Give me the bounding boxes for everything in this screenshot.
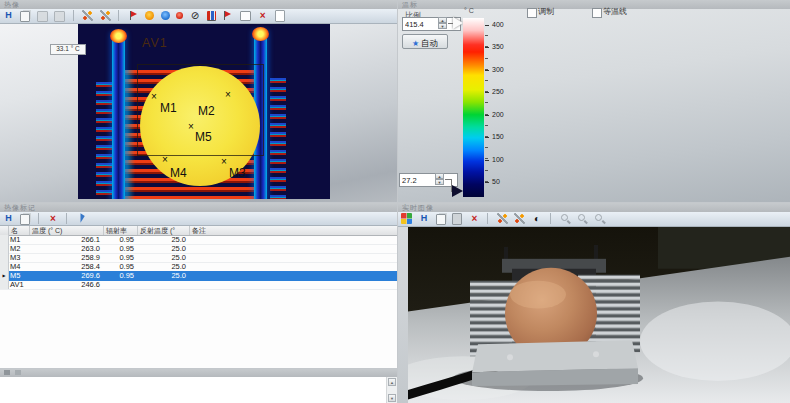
marker-cross-m1[interactable]: × [151, 92, 157, 102]
auto-star-icon: ★ [412, 39, 419, 48]
row-selector[interactable] [0, 262, 9, 271]
row-selector[interactable] [0, 280, 9, 289]
table-row-av1[interactable]: AV1 246.6 [0, 280, 397, 290]
row-selector[interactable] [0, 244, 9, 253]
row-selector[interactable] [0, 253, 9, 262]
table-reflection-right [640, 302, 790, 382]
spin-down-icon[interactable]: ▼ [438, 23, 447, 29]
cell-name: AV1 [10, 280, 24, 289]
tick-100 [485, 160, 489, 161]
palette-icon[interactable] [401, 213, 412, 224]
notes-panel-header [0, 369, 397, 377]
scroll-up-icon[interactable]: ▲ [388, 378, 396, 386]
delete-icon[interactable]: × [47, 213, 58, 224]
paste-icon[interactable] [452, 213, 462, 225]
save-icon[interactable]: H [418, 213, 429, 224]
cell-temp: 263.0 [30, 244, 100, 253]
cell-emissivity: 0.95 [104, 235, 134, 244]
thermal-panel: 热像 H ⊘ × 33.1 ° C [0, 0, 397, 202]
delete-icon[interactable]: × [257, 10, 268, 21]
contrast-icon[interactable]: ◐ [532, 213, 543, 224]
link-thermal-icon[interactable] [497, 213, 508, 224]
cold-spot-icon[interactable] [161, 11, 170, 20]
region-rect-icon[interactable] [240, 11, 251, 21]
histogram-icon[interactable] [207, 11, 216, 21]
notes-text-area[interactable] [0, 377, 387, 403]
flag-icon[interactable] [222, 10, 233, 21]
polyline-profile-icon[interactable] [100, 10, 111, 21]
av1-region-label: AV1 [142, 36, 168, 50]
isotherm-checkbox-label: 等温线 [603, 7, 627, 17]
support-post-left [112, 34, 125, 199]
note-icon[interactable] [275, 10, 285, 22]
row-selector[interactable] [0, 235, 9, 244]
scale-min-spinner[interactable]: ▲▼ [435, 173, 444, 185]
marker-label-m5[interactable]: M5 [195, 131, 212, 144]
row-selector[interactable]: ▶ [0, 271, 9, 280]
hot-spot-icon[interactable] [145, 11, 154, 20]
thermal-content-area: 33.1 ° C AV1 × M1 × M2 × M5 × M4 [0, 24, 397, 202]
copy-icon[interactable] [436, 214, 446, 225]
cell-temp: 269.6 [30, 271, 100, 280]
modulate-checkbox[interactable] [527, 8, 537, 18]
isotherm-checkbox[interactable] [592, 8, 602, 18]
note-add-icon[interactable] [15, 370, 21, 375]
no-measure-icon[interactable]: ⊘ [189, 10, 200, 21]
spin-down-icon[interactable]: ▼ [435, 179, 444, 185]
scroll-down-icon[interactable]: ▼ [388, 394, 396, 402]
header-name[interactable]: 名 [9, 226, 30, 235]
min-level-pointer[interactable] [452, 185, 463, 197]
scale-max-spinner[interactable]: ▲▼ [438, 17, 447, 29]
zoom-in-icon[interactable] [560, 213, 571, 224]
tick-300 [485, 70, 489, 71]
save-icon[interactable]: H [3, 10, 14, 21]
header-note[interactable]: 备注 [190, 226, 396, 235]
spot-icon[interactable] [176, 12, 183, 19]
delete-icon[interactable]: × [469, 213, 480, 224]
marker-label-m3[interactable]: M3 [229, 167, 246, 180]
cell-temp: 266.1 [30, 235, 100, 244]
tick-label-100: 100 [492, 156, 514, 164]
marker-tool-icon[interactable] [128, 10, 139, 21]
cell-reflected: 25.0 [138, 262, 186, 271]
scale-min-input[interactable] [399, 173, 458, 187]
note-icon[interactable] [4, 370, 10, 375]
marker-table-panel: 热像标记 H × 名 温度 (° C) 辐射率 反射温度 (° 备注 M1 26… [0, 203, 397, 368]
tick-400 [485, 25, 489, 26]
marker-cross-m3[interactable]: × [221, 157, 227, 167]
marker-cross-m2[interactable]: × [225, 90, 231, 100]
header-emissivity[interactable]: 辐射率 [104, 226, 138, 235]
header-reflected[interactable]: 反射温度 (° [138, 226, 190, 235]
zoom-fit-icon[interactable] [594, 213, 605, 224]
cell-name: M4 [10, 262, 20, 271]
cell-reflected: 25.0 [138, 271, 186, 280]
marker-cross-m4[interactable]: × [162, 155, 168, 165]
header-temperature[interactable]: 温度 (° C) [30, 226, 104, 235]
select-arrow-icon[interactable] [75, 213, 86, 224]
link-visible-icon[interactable] [514, 213, 525, 224]
save-icon[interactable]: H [3, 213, 14, 224]
hot-tip-right [252, 27, 269, 41]
tick-250 [485, 92, 489, 93]
marker-label-m2[interactable]: M2 [198, 105, 215, 118]
temperature-colorbar [463, 18, 484, 197]
tick-50 [485, 182, 489, 183]
export-icon[interactable] [54, 11, 65, 22]
line-profile-icon[interactable] [82, 10, 93, 21]
thermal-image[interactable]: AV1 × M1 × M2 × M5 × M4 × M3 [78, 24, 330, 199]
zoom-out-icon[interactable] [577, 213, 588, 224]
cell-reflected: 25.0 [138, 244, 186, 253]
tick-label-50: 50 [492, 178, 514, 186]
copy-icon[interactable] [20, 11, 30, 22]
cell-temp: 258.9 [30, 253, 100, 262]
notes-scrollbar[interactable]: ▲ ▼ [386, 377, 397, 403]
marker-label-m4[interactable]: M4 [170, 167, 187, 180]
marker-cross-m5[interactable]: × [188, 122, 194, 132]
auto-scale-button[interactable]: ★自动 [402, 34, 448, 49]
copy-icon[interactable] [20, 214, 30, 225]
visible-photo [408, 227, 790, 403]
cell-name: M1 [10, 235, 20, 244]
max-level-pointer[interactable] [453, 17, 463, 29]
print-icon[interactable] [37, 11, 48, 22]
marker-label-m1[interactable]: M1 [160, 102, 177, 115]
